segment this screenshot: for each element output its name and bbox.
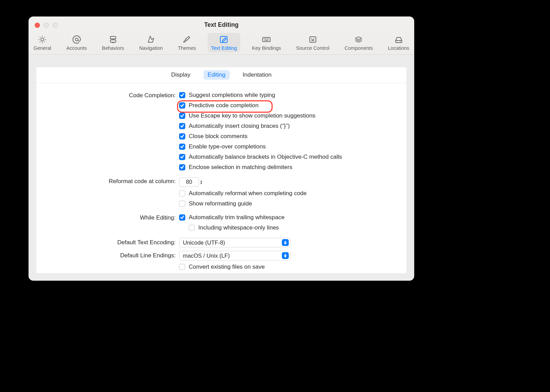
gear-icon (37, 35, 47, 44)
checkbox-trim-whitespace[interactable] (179, 214, 185, 221)
checkbox-suggest-completions[interactable] (179, 92, 185, 98)
checkbox-label: Enclose selection in matching delimiters (189, 164, 292, 171)
behaviors-icon (108, 35, 118, 44)
toolbar-label: Source Control (296, 45, 330, 51)
checkbox-balance-brackets[interactable] (179, 154, 185, 160)
subtab-indentation[interactable]: Indentation (239, 70, 276, 80)
checkbox-escape-suggestions[interactable] (179, 113, 185, 119)
toolbar-label: Navigation (139, 45, 163, 51)
titlebar: Text Editing General Accounts Behaviors … (29, 16, 414, 55)
toolbar-text-editing[interactable]: Text Editing (208, 33, 240, 52)
settings-pane: Display Editing Indentation Code Complet… (36, 67, 407, 273)
checkbox-label: Show reformatting guide (189, 200, 252, 208)
toolbar-navigation[interactable]: Navigation (136, 33, 166, 52)
toolbar-components[interactable]: Components (341, 33, 376, 52)
toolbar-behaviors[interactable]: Behaviors (99, 33, 128, 52)
paintbrush-icon (182, 35, 192, 44)
svg-point-1 (75, 38, 78, 41)
label-code-completion: Code Completion: (36, 91, 179, 99)
checkbox-label: Convert existing files on save (189, 263, 265, 271)
checkbox-reformat-guide[interactable] (179, 201, 185, 207)
keyboard-icon (261, 35, 272, 44)
toolbar-accounts[interactable]: Accounts (63, 33, 90, 52)
text-editing-icon (219, 35, 229, 44)
svg-rect-2 (110, 36, 116, 39)
select-value: macOS / Unix (LF) (183, 253, 230, 259)
source-control-icon (308, 35, 318, 44)
at-sign-icon (72, 35, 82, 44)
checkbox-close-block-comments[interactable] (179, 133, 185, 139)
svg-rect-3 (110, 40, 116, 42)
toolbar-label: Behaviors (102, 45, 124, 51)
checkbox-convert-on-save[interactable] (179, 264, 185, 270)
checkbox-label: Automatically insert closing braces (“}”… (189, 122, 290, 130)
toolbar-label: Key Bindings (252, 45, 281, 51)
checkbox-auto-reformat[interactable] (179, 190, 185, 197)
label-line-endings: Default Line Endings: (36, 251, 179, 259)
encoding-select[interactable]: Unicode (UTF-8) (179, 238, 290, 247)
checkbox-label: Predictive code completion (189, 102, 258, 109)
checkbox-label: Automatically trim trailing whitespace (189, 214, 285, 221)
line-endings-select[interactable]: macOS / Unix (LF) (179, 251, 290, 260)
label-encoding: Default Text Encoding: (36, 238, 179, 246)
toolbar-label: Text Editing (211, 45, 237, 51)
toolbar-label: Locations (388, 45, 409, 51)
checkbox-label: Automatically reformat when completing c… (189, 190, 307, 197)
reformat-column-stepper[interactable]: 80 ▴▾ (179, 177, 307, 187)
checkbox-type-over[interactable] (179, 144, 185, 150)
label-while-editing: While Editing: (36, 214, 179, 221)
checkbox-label: Enable type-over completions (189, 143, 266, 150)
svg-point-0 (41, 38, 44, 41)
toolbar-source-control[interactable]: Source Control (293, 33, 333, 52)
checkbox-label: Use Escape key to show completion sugges… (189, 112, 316, 120)
subtab-editing[interactable]: Editing (204, 70, 230, 80)
checkbox-label: Close block comments (189, 133, 248, 140)
svg-rect-6 (310, 37, 316, 42)
stack-icon (353, 35, 364, 44)
stepper-value[interactable]: 80 (179, 177, 199, 187)
subtab-bar: Display Editing Indentation (36, 67, 407, 83)
preferences-toolbar: General Accounts Behaviors Navigation Th… (29, 33, 414, 52)
checkbox-predictive-completion[interactable] (179, 102, 185, 109)
checkbox-whitespace-only-lines[interactable] (189, 225, 195, 231)
checkbox-label: Including whitespace-only lines (198, 224, 279, 232)
toolbar-general[interactable]: General (30, 33, 55, 52)
toolbar-label: Accounts (66, 45, 87, 51)
label-reformat: Reformat code at column: (36, 177, 179, 185)
toolbar-locations[interactable]: Locations (385, 33, 413, 52)
subtab-display[interactable]: Display (167, 70, 195, 80)
toolbar-label: General (33, 45, 51, 51)
select-value: Unicode (UTF-8) (183, 239, 225, 246)
window-title: Text Editing (29, 21, 414, 29)
toolbar-label: Themes (178, 45, 196, 51)
toolbar-themes[interactable]: Themes (175, 33, 199, 52)
chevron-up-down-icon (282, 239, 289, 246)
navigation-icon (146, 35, 156, 44)
window-body: Display Editing Indentation Code Complet… (29, 55, 414, 281)
checkbox-enclose-selection[interactable] (179, 164, 185, 170)
toolbar-key-bindings[interactable]: Key Bindings (249, 33, 285, 52)
svg-rect-5 (263, 37, 270, 42)
toolbar-label: Components (344, 45, 373, 51)
checkbox-label: Suggest completions while typing (189, 91, 275, 99)
checkbox-label: Automatically balance brackets in Object… (189, 153, 342, 161)
disk-icon (394, 35, 404, 44)
stepper-arrows[interactable]: ▴▾ (200, 180, 202, 184)
svg-point-7 (400, 41, 401, 42)
preferences-window: Text Editing General Accounts Behaviors … (29, 16, 414, 281)
checkbox-closing-braces[interactable] (179, 123, 185, 129)
form: Code Completion: Suggest completions whi… (36, 83, 407, 271)
chevron-up-down-icon (282, 252, 289, 259)
